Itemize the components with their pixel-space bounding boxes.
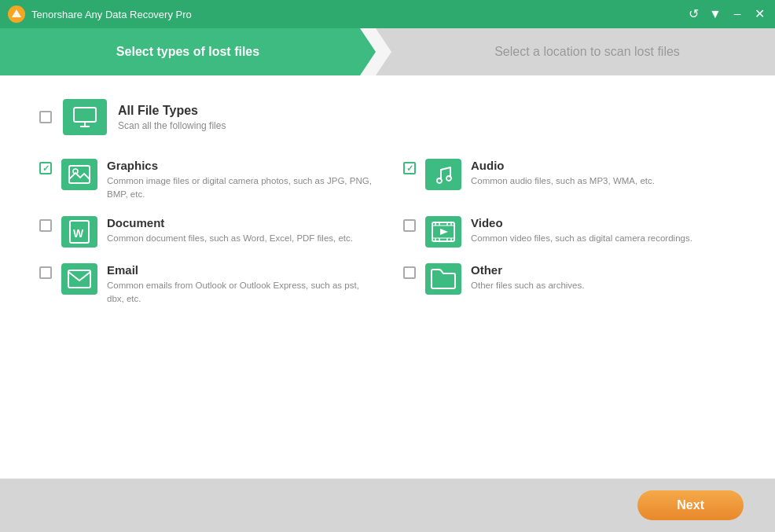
video-checkbox[interactable]: [403, 219, 416, 232]
file-types-grid: Graphics Common image files or digital c…: [39, 159, 736, 306]
audio-icon: [425, 159, 461, 190]
document-desc: Common document files, such as Word, Exc…: [107, 232, 353, 245]
svg-point-5: [437, 178, 442, 183]
all-file-types-desc: Scan all the following files: [118, 120, 226, 131]
email-icon: [61, 263, 97, 295]
step2-label: Select a location to scan lost files: [494, 45, 680, 59]
document-title: Document: [107, 216, 353, 229]
footer: Next: [0, 479, 775, 532]
other-info: Other Other files such as archives.: [471, 263, 584, 292]
graphics-icon: [61, 159, 97, 190]
graphics-title: Graphics: [107, 159, 372, 172]
audio-title: Audio: [471, 159, 655, 172]
history-btn[interactable]: ↺: [685, 8, 701, 20]
document-icon: W: [61, 216, 97, 248]
svg-rect-20: [68, 270, 90, 288]
svg-point-6: [446, 176, 451, 181]
all-file-types-icon: [63, 99, 107, 135]
email-info: Email Common emails from Outlook or Outl…: [107, 263, 372, 305]
app-icon: [8, 6, 25, 23]
all-file-types-title: All File Types: [118, 104, 226, 118]
step1-label: Select types of lost files: [116, 45, 259, 59]
video-item: Video Common video files, such as digita…: [403, 216, 736, 248]
app-title: Tenorshare Any Data Recovery Pro: [31, 9, 685, 20]
svg-rect-0: [74, 108, 96, 122]
audio-item: Audio Common audio files, such as MP3, W…: [403, 159, 736, 200]
video-title: Video: [471, 216, 692, 229]
svg-marker-19: [440, 229, 448, 235]
all-file-types-row: All File Types Scan all the following fi…: [39, 99, 736, 135]
other-item: Other Other files such as archives.: [403, 263, 736, 305]
audio-desc: Common audio files, such as MP3, WMA, et…: [471, 174, 655, 188]
graphics-info: Graphics Common image files or digital c…: [107, 159, 372, 200]
audio-info: Audio Common audio files, such as MP3, W…: [471, 159, 655, 188]
email-item: Email Common emails from Outlook or Outl…: [39, 263, 372, 305]
close-btn[interactable]: ✕: [751, 8, 767, 20]
all-file-types-checkbox[interactable]: [39, 111, 52, 123]
other-icon: [425, 263, 461, 295]
step1[interactable]: Select types of lost files: [0, 28, 376, 75]
svg-text:W: W: [73, 227, 84, 240]
video-desc: Common video files, such as digital came…: [471, 232, 692, 245]
video-icon: [425, 216, 461, 248]
other-checkbox[interactable]: [403, 266, 416, 279]
audio-checkbox[interactable]: [403, 162, 416, 174]
step2[interactable]: Select a location to scan lost files: [376, 28, 775, 75]
minimize-btn[interactable]: ‒: [729, 8, 745, 20]
document-item: W Document Common document files, such a…: [39, 216, 372, 248]
graphics-desc: Common image files or digital camera pho…: [107, 174, 372, 200]
video-info: Video Common video files, such as digita…: [471, 216, 692, 245]
email-checkbox[interactable]: [39, 266, 52, 279]
graphics-checkbox[interactable]: [39, 162, 52, 174]
all-file-types-info: All File Types Scan all the following fi…: [118, 104, 226, 131]
stepbar: Select types of lost files Select a loca…: [0, 28, 775, 75]
next-button[interactable]: Next: [637, 490, 744, 520]
graphics-item: Graphics Common image files or digital c…: [39, 159, 372, 200]
main-content: All File Types Scan all the following fi…: [0, 75, 775, 479]
email-title: Email: [107, 263, 372, 277]
document-info: Document Common document files, such as …: [107, 216, 353, 245]
document-checkbox[interactable]: [39, 219, 52, 232]
email-desc: Common emails from Outlook or Outlook Ex…: [107, 279, 372, 305]
window-controls: ↺ ▼ ‒ ✕: [685, 8, 767, 20]
svg-rect-3: [69, 166, 90, 183]
other-desc: Other files such as archives.: [471, 279, 584, 292]
titlebar: Tenorshare Any Data Recovery Pro ↺ ▼ ‒ ✕: [0, 0, 775, 28]
other-title: Other: [471, 263, 584, 277]
dropdown-btn[interactable]: ▼: [707, 8, 723, 20]
